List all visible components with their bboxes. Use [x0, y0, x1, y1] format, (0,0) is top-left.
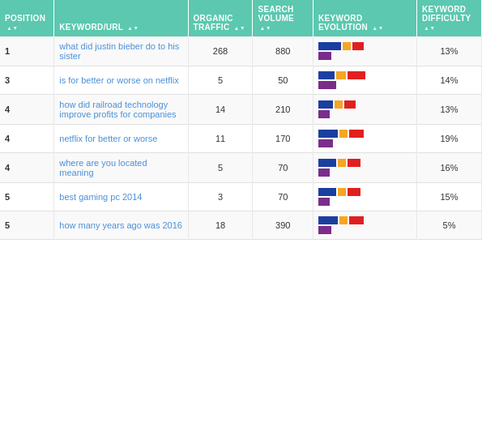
cell-evolution — [314, 66, 417, 95]
bar-group — [318, 226, 412, 234]
purple-bar — [318, 198, 330, 206]
sort-arrows-evolution[interactable]: ▲▼ — [372, 25, 383, 31]
red-bar — [348, 71, 365, 79]
cell-position: 4 — [0, 125, 54, 153]
cell-position: 4 — [0, 153, 54, 183]
red-bar — [344, 100, 356, 109]
cell-difficulty: 15% — [416, 183, 481, 211]
seo-keywords-table: POSITION ▲▼ KEYWORD/URL ▲▼ ORGANIC TRAFF… — [0, 0, 482, 240]
table-row: 4how did railroad technology improve pro… — [0, 95, 482, 125]
cell-difficulty: 19% — [416, 125, 481, 153]
table-row: 5best gaming pc 201437015% — [0, 183, 482, 211]
cell-keyword[interactable]: where are you located meaning — [54, 153, 188, 183]
cell-keyword[interactable]: what did justin bieber do to his sister — [54, 36, 188, 66]
table-row: 4netflix for better or worse1117019% — [0, 125, 482, 153]
bar-group — [318, 139, 412, 147]
cell-keyword[interactable]: is for better or worse on netflix — [54, 66, 188, 95]
header-difficulty: KEYWORD DIFFICULTY ▲▼ — [416, 0, 481, 36]
table-row: 3is for better or worse on netflix55014% — [0, 66, 482, 95]
header-keyword: KEYWORD/URL ▲▼ — [54, 0, 188, 36]
red-bar — [349, 130, 364, 138]
bar-group — [318, 81, 412, 89]
orange-bar — [336, 71, 346, 79]
blue-bar — [318, 188, 336, 196]
cell-difficulty: 5% — [416, 211, 481, 240]
cell-traffic: 11 — [188, 125, 253, 153]
red-bar — [348, 159, 360, 167]
blue-bar — [318, 216, 338, 224]
sort-arrows-keyword[interactable]: ▲▼ — [127, 25, 139, 31]
bar-group — [318, 100, 412, 109]
cell-keyword[interactable]: how did railroad technology improve prof… — [54, 95, 188, 125]
cell-difficulty: 13% — [416, 95, 481, 125]
blue-bar — [318, 71, 335, 79]
cell-traffic: 5 — [188, 66, 253, 95]
cell-difficulty: 16% — [416, 153, 481, 183]
table-row: 1what did justin bieber do to his sister… — [0, 36, 482, 66]
bar-group — [318, 169, 412, 177]
cell-evolution — [314, 36, 417, 66]
cell-keyword[interactable]: best gaming pc 2014 — [54, 183, 188, 211]
orange-bar — [338, 159, 346, 167]
purple-bar — [318, 81, 336, 89]
header-position: POSITION ▲▼ — [0, 0, 54, 36]
bar-group — [318, 216, 412, 224]
cell-difficulty: 14% — [416, 66, 481, 95]
blue-bar — [318, 130, 338, 138]
sort-arrows-traffic[interactable]: ▲▼ — [234, 25, 245, 31]
orange-bar — [339, 216, 348, 224]
purple-bar — [318, 226, 331, 234]
cell-volume: 70 — [253, 153, 314, 183]
bar-group — [318, 198, 412, 206]
cell-volume: 390 — [253, 211, 314, 240]
bar-group — [318, 110, 412, 118]
cell-traffic: 14 — [188, 95, 253, 125]
table-row: 4where are you located meaning57016% — [0, 153, 482, 183]
header-volume: SEARCH VOLUME ▲▼ — [253, 0, 314, 36]
bar-group — [318, 188, 412, 196]
purple-bar — [318, 139, 333, 147]
cell-keyword[interactable]: netflix for better or worse — [54, 125, 188, 153]
cell-volume: 210 — [253, 95, 314, 125]
cell-evolution — [314, 183, 417, 211]
orange-bar — [338, 188, 346, 196]
cell-traffic: 3 — [188, 183, 253, 211]
blue-bar — [318, 42, 341, 50]
cell-traffic: 5 — [188, 153, 253, 183]
table-row: 5how many years ago was 2016183905% — [0, 211, 482, 240]
sort-arrows-difficulty[interactable]: ▲▼ — [424, 25, 435, 31]
red-bar — [352, 42, 364, 50]
header-traffic: ORGANIC TRAFFIC ▲▼ — [188, 0, 253, 36]
purple-bar — [318, 169, 330, 177]
cell-volume: 70 — [253, 183, 314, 211]
cell-volume: 880 — [253, 36, 314, 66]
bar-group — [318, 159, 412, 167]
bar-group — [318, 71, 412, 79]
header-evolution: KEYWORD EVOLUTION ▲▼ — [314, 0, 417, 36]
cell-keyword[interactable]: how many years ago was 2016 — [54, 211, 188, 240]
orange-bar — [339, 130, 348, 138]
cell-difficulty: 13% — [416, 36, 481, 66]
purple-bar — [318, 52, 331, 60]
cell-position: 1 — [0, 36, 54, 66]
purple-bar — [318, 110, 330, 118]
bar-group — [318, 52, 412, 60]
cell-position: 5 — [0, 183, 54, 211]
orange-bar — [335, 100, 343, 109]
cell-evolution — [314, 125, 417, 153]
cell-volume: 170 — [253, 125, 314, 153]
cell-evolution — [314, 95, 417, 125]
cell-traffic: 268 — [188, 36, 253, 66]
cell-traffic: 18 — [188, 211, 253, 240]
red-bar — [349, 216, 364, 224]
bar-group — [318, 42, 412, 50]
cell-evolution — [314, 153, 417, 183]
blue-bar — [318, 100, 333, 109]
sort-arrows-position[interactable]: ▲▼ — [6, 25, 18, 31]
sort-arrows-volume[interactable]: ▲▼ — [259, 25, 271, 31]
orange-bar — [343, 42, 351, 50]
cell-evolution — [314, 211, 417, 240]
blue-bar — [318, 159, 336, 167]
cell-position: 3 — [0, 66, 54, 95]
cell-position: 4 — [0, 95, 54, 125]
